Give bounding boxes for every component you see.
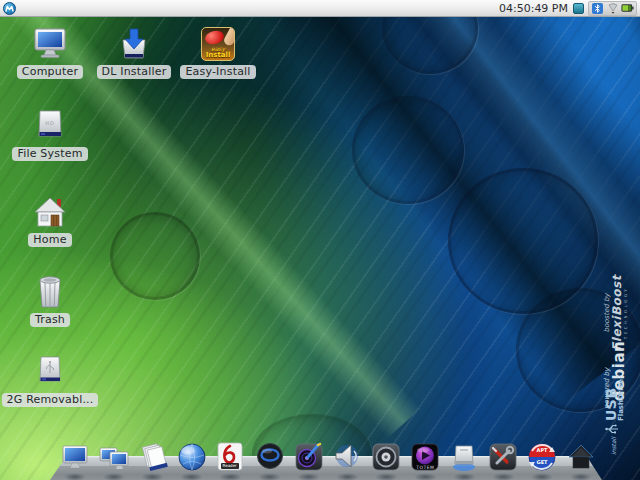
desktop-icon-label: File System [12,147,87,161]
desktop-icon-trash[interactable]: Trash [6,274,94,327]
desktop-icon-removable-drive[interactable]: 2G Removabl... [0,354,100,407]
desktop-screen: boosted by FlexiBoost TECHNOLOGY powered… [0,0,640,480]
dock-item-system-tools-icon[interactable] [488,442,518,472]
system-tray [588,1,637,16]
dock-item-audio-mixer-icon[interactable] [371,442,401,472]
dock-item-display-settings-icon[interactable] [99,442,129,472]
dock-item-file-manager-icon[interactable] [138,442,168,472]
dock-item-disc-burner-icon[interactable] [294,442,324,472]
easy-install-icon: easy Install [199,26,237,62]
dock-item-volume-icon[interactable] [332,442,362,472]
water-ripple [352,96,464,204]
dock-item-desktop-monitor-icon[interactable] [60,442,90,472]
desktop-icon-file-system[interactable]: HD File System [6,108,94,161]
bluetooth-icon[interactable] [591,2,604,14]
dock-item-up-arrow-icon[interactable] [566,442,596,472]
wireless-icon[interactable] [606,2,619,14]
menubar: 04:50:49 PM [0,0,640,17]
computer-monitor-icon [31,26,69,62]
easy-install-red-button [204,29,225,46]
dock-item-web-browser-icon[interactable] [177,442,207,472]
desktop-icon-label: Home [28,233,71,247]
desktop-icon-computer[interactable]: Computer [6,26,94,79]
desktop-icon-label: 2G Removabl... [2,393,99,407]
clock: 04:50:49 PM [499,2,568,15]
water-ripple [110,212,200,300]
desktop-icon-home[interactable]: Home [6,194,94,247]
dock-item-package-manager-icon[interactable]: APT GET [527,442,557,472]
hard-drive-icon: HD [31,108,69,144]
dock-item-totem-icon[interactable]: TOTEM [410,442,440,472]
desktop-icon-easy-install[interactable]: easy Install Easy-Install [170,26,266,79]
dock-item-media-player-lens-icon[interactable] [255,442,285,472]
water-ripple [516,288,640,412]
dock: Reader [60,438,596,472]
menu-logo-icon[interactable] [3,2,16,15]
desktop-icon-dl-installer[interactable]: DL Installer [90,26,178,79]
trash-icon [31,274,69,310]
desktop-icon-label: Trash [30,313,70,327]
easy-install-icon-text-2: Install [202,52,234,59]
home-icon [31,194,69,230]
dock-item-disk-mounter-icon[interactable] [449,442,479,472]
battery-icon[interactable] [621,2,634,14]
desktop-icon-label: DL Installer [97,65,172,79]
desktop-icon-label: Computer [17,65,83,79]
dl-installer-icon [115,26,153,62]
usb-drive-icon [31,354,69,390]
desktop-icon-label: Easy-Install [180,65,255,79]
dock-item-pdf-reader-icon[interactable]: Reader [216,442,246,472]
hard-drive-icon-text: HD [31,120,69,126]
app-indicator-icon[interactable] [573,3,584,14]
